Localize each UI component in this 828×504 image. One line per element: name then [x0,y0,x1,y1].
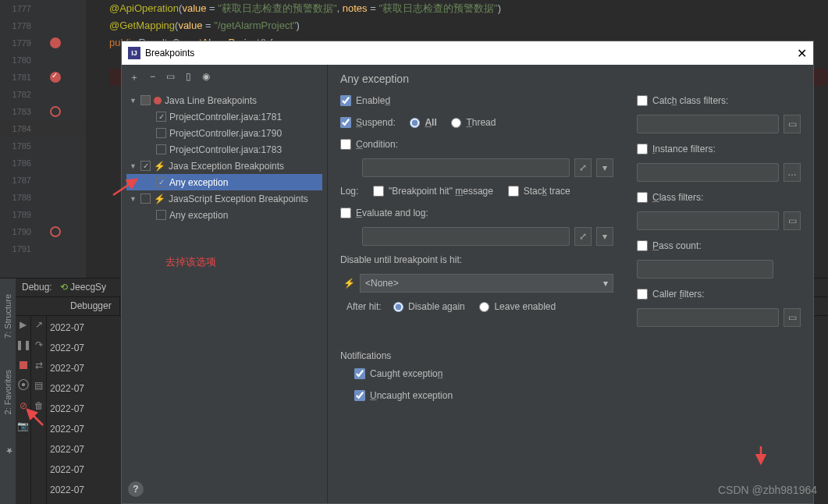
debug-run-toolbar: ▶ ❚❚ ⦿ ⊘ 📷 [16,316,31,504]
notifications-title: Notifications [340,350,801,361]
class-filter-field[interactable] [637,211,779,230]
catch-filter-field[interactable] [637,115,779,133]
condition-label: Condition: [356,139,398,150]
browse-icon[interactable]: ▭ [784,308,801,327]
instance-filter-checkbox[interactable] [637,144,648,154]
tree-item[interactable]: Any exception [126,174,322,190]
log-label: Log: [340,186,358,197]
camera-icon[interactable]: 📷 [18,421,29,431]
chevron-down-icon[interactable]: ▾ [596,227,613,246]
resume-icon[interactable]: ▶ [18,319,29,330]
print-icon[interactable]: 🗑 [34,400,44,411]
breakpoint-detail: Any exception Enabled Suspend: All Threa… [328,65,813,503]
uncaught-label: Uncaught exception [370,390,453,401]
tree-item[interactable]: ProjectController.java:1781 [126,108,322,125]
mute-breakpoints-icon[interactable]: ⊘ [18,400,29,411]
disable-again-label: Disable again [408,301,465,312]
dialog-title: Breakpoints [145,48,194,59]
show-exec-icon[interactable]: ↗ [34,319,44,330]
annotation-text: 去掉该选项 [165,255,216,269]
log-hit-label: "Breakpoint hit" message [389,186,493,197]
caller-filter-field[interactable] [637,308,779,327]
browse-icon[interactable]: ▭ [784,211,801,230]
group-by-class-icon[interactable]: ▯ [186,71,191,84]
tree-group[interactable]: ▼Java Line Breakpoints [126,92,322,108]
uncaught-checkbox[interactable] [354,390,365,401]
debug-step-toolbar: ↗ ↷ ⇄ ▤ 🗑 [31,316,47,504]
gutter: 1777177817791780178117821783178417851786… [0,0,86,281]
instance-filter-label: Instance filters: [652,144,716,154]
after-hit-label: After hit: [346,301,382,312]
leave-enabled-label: Leave enabled [494,301,556,312]
dialog-titlebar: IJBreakpoints ✕ [122,41,813,65]
pass-count-checkbox[interactable] [637,240,648,251]
caught-checkbox[interactable] [354,368,365,379]
pause-icon[interactable]: ❚❚ [18,339,29,350]
pass-count-field[interactable] [637,260,773,279]
breakpoints-dialog: IJBreakpoints ✕ ＋ − ▭ ▯ ◉ ▼Java Line Bre… [121,41,814,504]
tree-item[interactable]: ProjectController.java:1783 [126,141,322,158]
log-stack-checkbox[interactable] [508,186,519,197]
breakpoints-tree: ＋ − ▭ ▯ ◉ ▼Java Line BreakpointsProjectC… [122,65,328,503]
close-icon[interactable]: ✕ [797,46,807,61]
calculator-icon[interactable]: ▤ [34,380,44,391]
tree-group[interactable]: ▼⚡Java Exception Breakpoints [126,158,322,174]
step-over-icon[interactable]: ↷ [34,339,44,350]
add-icon[interactable]: ＋ [130,71,139,84]
suspend-all-label: All [425,117,436,128]
enabled-checkbox[interactable] [340,95,351,106]
expand-icon[interactable]: ⤢ [574,158,592,177]
disable-until-label: Disable until breakpoint is hit: [340,254,462,265]
condition-checkbox[interactable] [340,139,351,150]
catch-filter-checkbox[interactable] [637,95,648,106]
group-by-pkg-icon[interactable]: ◉ [202,71,210,84]
class-filter-checkbox[interactable] [637,192,648,203]
enabled-label: Enabled [356,95,390,106]
catch-filter-label: Catch class filters: [652,95,728,106]
favorites-tab[interactable]: 2: Favorites [3,370,12,414]
log-hit-checkbox[interactable] [373,186,384,197]
evaluate-field[interactable] [362,227,570,246]
remove-icon[interactable]: − [150,71,155,84]
disable-again-radio[interactable] [393,302,403,312]
caller-filter-label: Caller filters: [652,289,705,300]
disable-until-select[interactable]: <None>▾ [360,274,613,293]
tree-group[interactable]: ▼⚡JavaScript Exception Breakpoints [126,190,322,207]
chevron-down-icon[interactable]: ▾ [596,158,613,177]
intellij-icon: IJ [128,47,140,59]
evaluate-label: Evaluate and log: [356,208,428,218]
suspend-thread-label: Thread [466,117,496,128]
suspend-all-radio[interactable] [410,118,420,128]
view-breakpoints-icon[interactable]: ⦿ [18,380,29,391]
tree-item[interactable]: ProjectController.java:1790 [126,125,322,141]
step-into-icon[interactable]: ⇄ [34,360,44,371]
log-stack-label: Stack trace [524,186,570,197]
tree-item[interactable]: Any exception [126,207,322,223]
group-by-file-icon[interactable]: ▭ [166,71,175,84]
caller-filter-checkbox[interactable] [637,289,648,300]
suspend-label: Suspend: [356,117,396,128]
chevron-down-icon: ▾ [603,278,608,289]
watermark: CSDN @zbh981964 [718,484,817,496]
leave-enabled-radio[interactable] [479,302,489,312]
side-tool-tabs[interactable]: 7: Structure 2: Favorites ★ [0,279,16,504]
help-icon[interactable]: ? [128,481,144,497]
class-filter-label: Class filters: [652,192,703,203]
more-icon[interactable]: … [784,163,801,182]
detail-title: Any exception [340,73,801,85]
structure-tab[interactable]: 7: Structure [3,294,12,339]
pass-count-label: Pass count: [652,240,702,251]
condition-field[interactable] [362,158,570,177]
stop-icon[interactable] [18,360,29,371]
frames-list[interactable]: 2022-072022-072022-072022-072022-072022-… [47,316,125,504]
browse-icon[interactable]: ▭ [784,115,801,133]
debugger-tab[interactable]: Debugger [62,297,120,315]
instance-filter-field[interactable] [637,163,779,182]
suspend-checkbox[interactable] [340,117,351,128]
expand-icon[interactable]: ⤢ [574,227,592,246]
star-icon: ★ [3,445,13,456]
suspend-thread-radio[interactable] [451,118,461,128]
caught-label: Caught exception [370,368,442,379]
evaluate-checkbox[interactable] [340,208,351,218]
